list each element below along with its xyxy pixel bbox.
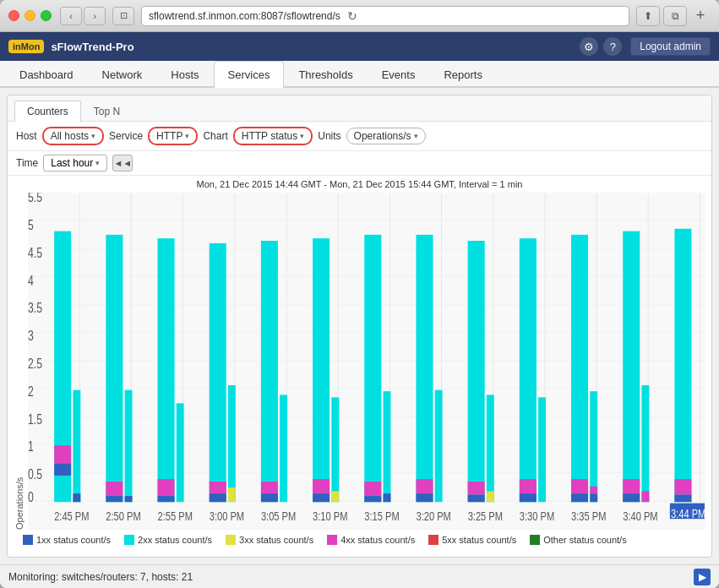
svg-rect-56 (210, 243, 226, 502)
host-dropdown-arrow: ▾ (91, 132, 95, 140)
main-nav: Dashboard Network Hosts Services Thresho… (0, 61, 719, 88)
svg-rect-66 (313, 479, 330, 493)
time-value: Last hour (51, 157, 93, 169)
window-mode-button[interactable]: ⊡ (112, 7, 134, 25)
minimize-button[interactable] (25, 10, 35, 21)
svg-text:3:20 PM: 3:20 PM (416, 509, 450, 523)
chart-inner: 5.5 5 4.5 4 3.5 3 2.5 2 1.5 1 0.5 (28, 193, 705, 530)
new-tab-button[interactable]: + (690, 6, 711, 26)
status-icon[interactable]: ▶ (694, 569, 711, 585)
svg-rect-51 (125, 496, 133, 502)
svg-rect-46 (73, 493, 80, 502)
legend-5xx-box (428, 535, 438, 545)
chart-container: Mon, 21 Dec 2015 14:44 GMT - Mon, 21 Dec… (8, 176, 711, 557)
service-dropdown-arrow: ▾ (185, 132, 189, 140)
maximize-button[interactable] (41, 10, 52, 21)
settings-icon[interactable]: ⚙ (580, 37, 598, 56)
svg-rect-64 (280, 395, 287, 502)
tab-services[interactable]: Services (214, 61, 285, 88)
duplicate-button[interactable]: ⧉ (663, 6, 687, 26)
svg-rect-63 (261, 493, 278, 502)
status-text: Monitoring: switches/routers: 7, hosts: … (8, 571, 193, 583)
svg-rect-49 (106, 496, 123, 502)
svg-rect-101 (674, 495, 691, 503)
service-selector[interactable]: HTTP ▾ (148, 127, 198, 145)
tab-topn[interactable]: Top N (81, 101, 133, 122)
svg-rect-97 (641, 385, 649, 502)
svg-rect-44 (54, 464, 71, 476)
svg-text:1: 1 (28, 439, 34, 455)
svg-rect-45 (73, 390, 80, 503)
back-button[interactable]: ‹ (60, 7, 82, 25)
svg-rect-77 (416, 493, 433, 502)
time-dropdown-arrow: ▾ (95, 159, 100, 167)
chart-selector[interactable]: HTTP status ▾ (233, 127, 313, 145)
tab-dashboard[interactable]: Dashboard (5, 61, 88, 88)
address-bar[interactable]: sflowtrend.sf.inmon.com:8087/sflowtrend/… (141, 6, 629, 26)
time-label: Time (16, 157, 38, 169)
svg-rect-76 (416, 479, 433, 493)
toolbar-buttons: ⬆ ⧉ + (636, 6, 711, 26)
service-label: Service (109, 130, 143, 142)
share-button[interactable]: ⬆ (636, 6, 660, 26)
svg-text:2.5: 2.5 (28, 357, 42, 372)
svg-text:3:30 PM: 3:30 PM (520, 509, 554, 523)
svg-text:3:10 PM: 3:10 PM (313, 509, 347, 523)
header-icons: ⚙ ? (580, 37, 622, 56)
help-icon[interactable]: ? (603, 37, 622, 56)
status-bar: Monitoring: switches/routers: 7, hosts: … (0, 564, 719, 588)
host-value: All hosts (51, 130, 89, 142)
y-axis-label: Operations/s (14, 193, 25, 530)
units-selector[interactable]: Operations/s ▾ (346, 128, 426, 144)
forward-button[interactable]: › (84, 7, 106, 25)
app-content: inMon sFlowTrend-Pro ⚙ ? Logout admin Da… (0, 32, 719, 588)
host-selector[interactable]: All hosts ▾ (42, 127, 104, 145)
legend-2xx-label: 2xx status count/s (138, 535, 212, 545)
svg-text:2:55 PM: 2:55 PM (158, 509, 193, 523)
svg-text:3:40 PM: 3:40 PM (623, 509, 657, 523)
title-bar: ‹ › ⊡ sflowtrend.sf.inmon.com:8087/sflow… (0, 0, 719, 32)
svg-rect-94 (623, 231, 640, 503)
legend-3xx: 3xx status count/s (226, 535, 313, 545)
svg-rect-90 (571, 493, 588, 502)
tab-hosts[interactable]: Hosts (156, 61, 213, 88)
sub-tabs: Counters Top N (8, 95, 711, 122)
svg-rect-53 (158, 479, 175, 496)
svg-text:3.5: 3.5 (28, 301, 42, 316)
host-label: Host (16, 130, 37, 142)
tab-events[interactable]: Events (368, 61, 430, 88)
tab-network[interactable]: Network (88, 61, 157, 88)
time-back-button[interactable]: ◄◄ (112, 155, 133, 172)
svg-text:3:25 PM: 3:25 PM (468, 509, 503, 523)
chart-value: HTTP status (242, 130, 297, 142)
svg-text:0.5: 0.5 (28, 467, 42, 482)
legend-4xx-label: 4xx status count/s (340, 535, 415, 545)
logout-button[interactable]: Logout admin (630, 37, 711, 56)
svg-rect-75 (416, 235, 433, 502)
svg-text:4: 4 (28, 273, 34, 288)
svg-rect-99 (674, 229, 691, 502)
brand-logo: inMon (8, 40, 44, 53)
svg-rect-73 (384, 391, 391, 502)
tab-reports[interactable]: Reports (429, 61, 497, 88)
svg-rect-71 (364, 482, 381, 496)
svg-text:2: 2 (28, 384, 34, 399)
svg-rect-47 (106, 235, 123, 502)
time-selector[interactable]: Last hour ▾ (43, 155, 107, 172)
svg-rect-83 (487, 491, 494, 502)
app-title: sFlowTrend-Pro (51, 41, 580, 53)
svg-rect-80 (468, 482, 485, 495)
close-button[interactable] (8, 10, 19, 21)
svg-rect-98 (641, 491, 649, 502)
svg-rect-93 (590, 487, 597, 494)
svg-rect-60 (228, 487, 236, 502)
svg-text:3: 3 (28, 329, 34, 344)
app-header: inMon sFlowTrend-Pro ⚙ ? Logout admin (0, 32, 719, 61)
svg-text:4.5: 4.5 (28, 245, 42, 260)
svg-text:0: 0 (28, 490, 34, 505)
svg-text:5: 5 (28, 218, 34, 233)
tab-thresholds[interactable]: Thresholds (284, 61, 367, 88)
reload-button[interactable]: ↻ (344, 8, 361, 24)
legend-1xx-label: 1xx status count/s (36, 535, 111, 545)
tab-counters[interactable]: Counters (14, 101, 81, 122)
